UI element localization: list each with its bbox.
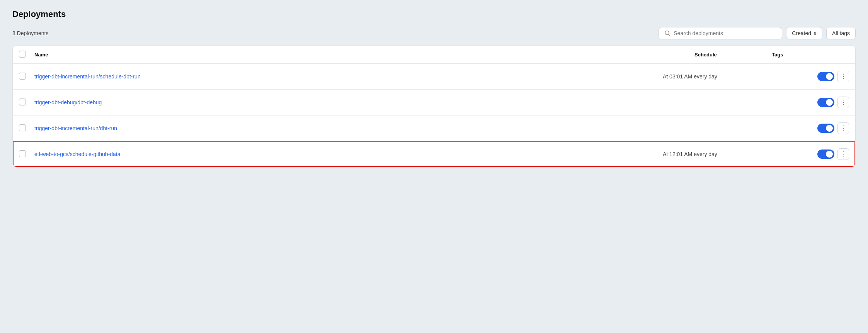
row-checkbox-2[interactable] xyxy=(19,99,26,105)
toggle-3[interactable] xyxy=(817,124,834,133)
table-header: Name Schedule Tags xyxy=(13,46,855,64)
row-checkbox-cell[interactable] xyxy=(19,150,34,158)
table-row: trigger-dbt-incremental-run/schedule-dbt… xyxy=(13,64,855,90)
toggle-slider-1 xyxy=(817,72,834,81)
row-checkbox-4[interactable] xyxy=(19,150,26,157)
toggle-2[interactable] xyxy=(817,98,834,107)
select-all-cell[interactable] xyxy=(19,51,34,59)
table-row: etl-web-to-gcs/schedule-github-data At 1… xyxy=(13,141,855,167)
toggle-slider-2 xyxy=(817,98,834,107)
column-header-tags: Tags xyxy=(772,52,849,58)
row-checkbox-cell[interactable] xyxy=(19,73,34,81)
table-body: trigger-dbt-incremental-run/schedule-dbt… xyxy=(13,64,855,167)
row-name-cell: etl-web-to-gcs/schedule-github-data xyxy=(34,151,663,157)
row-actions-4: ⋮ xyxy=(817,148,849,160)
row-actions-3: ⋮ xyxy=(817,122,849,134)
more-button-1[interactable]: ⋮ xyxy=(837,71,849,82)
table-row: trigger-dbt-debug/dbt-debug ⋮ xyxy=(13,90,855,116)
row-checkbox-cell[interactable] xyxy=(19,99,34,107)
row-name-cell: trigger-dbt-incremental-run/schedule-dbt… xyxy=(34,73,663,80)
row-name-link-2[interactable]: trigger-dbt-debug/dbt-debug xyxy=(34,99,102,105)
search-input[interactable] xyxy=(674,30,776,36)
select-all-checkbox[interactable] xyxy=(19,51,26,58)
tags-label: All tags xyxy=(832,30,850,36)
row-name-link-3[interactable]: trigger-dbt-incremental-run/dbt-run xyxy=(34,125,117,131)
svg-line-1 xyxy=(669,34,670,36)
row-name-link-1[interactable]: trigger-dbt-incremental-run/schedule-dbt… xyxy=(34,73,141,80)
toolbar-right: Created ⇅ All tags xyxy=(659,27,856,39)
search-box xyxy=(659,27,782,39)
table-row: trigger-dbt-incremental-run/dbt-run ⋮ xyxy=(13,116,855,141)
sort-label: Created xyxy=(792,30,811,36)
toggle-slider-4 xyxy=(817,150,834,159)
row-checkbox-1[interactable] xyxy=(19,73,26,80)
row-name-link-4[interactable]: etl-web-to-gcs/schedule-github-data xyxy=(34,151,121,157)
toggle-slider-3 xyxy=(817,124,834,133)
toggle-1[interactable] xyxy=(817,72,834,81)
toggle-4[interactable] xyxy=(817,150,834,159)
row-actions-1: ⋮ xyxy=(817,71,849,82)
sort-select[interactable]: Created ⇅ xyxy=(786,27,822,39)
row-schedule-1: At 03:01 AM every day xyxy=(663,73,740,80)
more-button-3[interactable]: ⋮ xyxy=(837,122,849,134)
row-actions-2: ⋮ xyxy=(817,97,849,108)
row-checkbox-cell[interactable] xyxy=(19,124,34,133)
toolbar: 8 Deployments Created ⇅ All tags xyxy=(12,27,856,39)
deployments-table: Name Schedule Tags trigger-dbt-increment… xyxy=(12,46,856,167)
row-name-cell: trigger-dbt-incremental-run/dbt-run xyxy=(34,125,663,131)
search-icon xyxy=(664,30,671,36)
sort-chevron-icon: ⇅ xyxy=(814,31,817,36)
deployment-count: 8 Deployments xyxy=(12,30,48,36)
row-checkbox-3[interactable] xyxy=(19,124,26,131)
row-schedule-4: At 12:01 AM every day xyxy=(663,151,740,157)
column-header-name: Name xyxy=(34,52,694,58)
more-button-2[interactable]: ⋮ xyxy=(837,97,849,108)
more-button-4[interactable]: ⋮ xyxy=(837,148,849,160)
row-name-cell: trigger-dbt-debug/dbt-debug xyxy=(34,99,663,105)
tags-select[interactable]: All tags xyxy=(826,27,856,39)
page-title: Deployments xyxy=(12,9,856,19)
column-header-schedule: Schedule xyxy=(694,52,772,58)
